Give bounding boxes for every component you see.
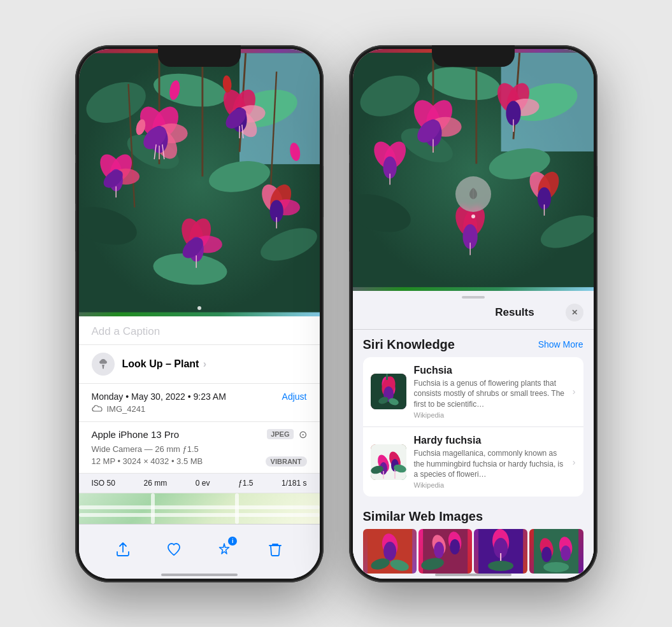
adjust-button[interactable]: Adjust [282, 391, 307, 402]
device-name: Apple iPhone 13 Pro [92, 429, 180, 440]
delete-button[interactable] [261, 535, 289, 563]
knowledge-card: Fuchsia Fuchsia is a genus of flowering … [363, 357, 583, 497]
results-header: Results ✕ [353, 299, 594, 330]
web-images-row [353, 529, 594, 574]
info-button[interactable]: i [210, 535, 238, 563]
lookup-icon [92, 353, 115, 376]
fuchsia-name: Fuchsia [414, 365, 565, 376]
silent-switch [75, 134, 76, 155]
silent-switch-r [349, 134, 350, 155]
svg-point-122 [541, 547, 552, 562]
web-image-2[interactable] [418, 529, 472, 574]
sheet-handle [353, 291, 594, 299]
hardy-thumbnail [371, 444, 406, 480]
left-phone-screen: Add a Caption Look Up – Plant › [79, 49, 320, 579]
device-section: Apple iPhone 13 Pro JPEG ⊙ Wide Camera —… [79, 422, 320, 474]
trash-icon [268, 542, 283, 557]
resolution-info: 12 MP • 3024 × 4032 • 3.5 MB [92, 456, 203, 466]
heart-icon [166, 542, 182, 557]
right-photo-area [353, 49, 594, 291]
page-indicator [197, 306, 201, 310]
lookup-row[interactable]: Look Up – Plant › [79, 345, 320, 384]
phones-container: Add a Caption Look Up – Plant › [0, 0, 672, 627]
svg-point-125 [543, 562, 569, 572]
svg-point-111 [434, 542, 444, 558]
volume-up-button [75, 163, 76, 204]
device-badges: JPEG ⊙ [267, 428, 306, 440]
info-badge: i [228, 537, 237, 546]
meta-cloud-row: IMG_4241 [92, 404, 307, 414]
volume-down-r [349, 211, 350, 251]
caption-area[interactable]: Add a Caption [79, 316, 320, 345]
map-background [79, 493, 320, 524]
results-sheet: Results ✕ Siri Knowledge Show More [353, 291, 594, 575]
web-image-1[interactable] [363, 529, 417, 574]
results-title: Results [464, 306, 566, 319]
left-phone: Add a Caption Look Up – Plant › [75, 45, 324, 582]
svg-point-124 [561, 546, 571, 561]
web-image-3[interactable] [474, 529, 527, 574]
hardy-name: Hardy fuchsia [414, 435, 565, 446]
home-bar [161, 574, 238, 576]
fuchsia-source: Wikipedia [414, 411, 565, 419]
exif-shutter: 1/181 s [282, 479, 306, 488]
fuchsia-thumbnail [371, 374, 406, 409]
chevron-right-icon: › [573, 386, 576, 397]
siri-knowledge-header: Siri Knowledge Show More [353, 330, 594, 357]
web-images-title: Similar Web Images [363, 509, 483, 523]
photo-area[interactable] [79, 49, 320, 316]
siri-knowledge-title: Siri Knowledge [363, 337, 455, 352]
hardy-desc: Fuchsia magellanica, commonly known as t… [414, 448, 565, 480]
vibrant-badge: VIBRANT [266, 456, 307, 467]
home-indicator [79, 575, 320, 579]
chevron-right-icon-2: › [573, 457, 576, 467]
web-images-section: Similar Web Images [353, 502, 594, 574]
like-button[interactable] [160, 535, 188, 563]
exif-aperture: ƒ1.5 [238, 479, 253, 488]
svg-point-113 [450, 539, 460, 554]
home-bar-right [435, 574, 511, 576]
svg-rect-92 [386, 374, 388, 380]
map-road [235, 493, 239, 524]
exif-ev: 0 ev [196, 479, 210, 488]
siri-button[interactable] [455, 176, 491, 212]
right-phone: Results ✕ Siri Knowledge Show More [349, 45, 597, 582]
meta-date: Monday • May 30, 2022 • 9:23 AM [92, 391, 226, 402]
siri-dot [471, 215, 475, 218]
show-more-button[interactable]: Show More [538, 339, 583, 349]
exif-mm: 26 mm [143, 479, 167, 488]
power-button-r [597, 166, 597, 217]
svg-point-106 [383, 542, 396, 561]
close-button[interactable]: ✕ [566, 304, 583, 321]
right-phone-screen: Results ✕ Siri Knowledge Show More [353, 49, 594, 579]
map-area[interactable] [79, 493, 320, 524]
map-road [151, 493, 155, 524]
knowledge-item-fuchsia[interactable]: Fuchsia Fuchsia is a genus of flowering … [363, 357, 583, 426]
hardy-text: Hardy fuchsia Fuchsia magellanica, commo… [414, 435, 565, 489]
fuchsia-desc: Fuchsia is a genus of flowering plants t… [414, 378, 565, 410]
cloud-icon [92, 405, 103, 412]
caption-placeholder: Add a Caption [92, 325, 161, 337]
knowledge-item-hardy[interactable]: Hardy fuchsia Fuchsia magellanica, commo… [363, 426, 583, 497]
share-icon [115, 542, 131, 557]
exif-row: ISO 50 26 mm 0 ev ƒ1.5 1/181 s [79, 474, 320, 493]
share-button[interactable] [109, 535, 137, 563]
camera-info: Wide Camera — 26 mm ƒ1.5 [92, 444, 307, 454]
filename: IMG_4241 [107, 404, 146, 414]
web-images-header: Similar Web Images [353, 502, 594, 529]
home-indicator-right [353, 575, 594, 579]
web-image-4[interactable] [529, 529, 583, 574]
power-button [323, 166, 324, 217]
volume-down-button [75, 211, 76, 251]
settings-icon[interactable]: ⊙ [299, 428, 307, 440]
exif-iso: ISO 50 [92, 479, 115, 488]
map-road [79, 513, 320, 517]
svg-rect-95 [371, 444, 406, 480]
jpeg-badge: JPEG [267, 429, 293, 439]
hardy-source: Wikipedia [414, 481, 565, 489]
results-content: Siri Knowledge Show More [353, 330, 594, 575]
siri-leaf-icon [464, 185, 482, 203]
svg-point-119 [488, 561, 513, 571]
map-road [79, 505, 320, 509]
fuchsia-text: Fuchsia Fuchsia is a genus of flowering … [414, 365, 565, 419]
